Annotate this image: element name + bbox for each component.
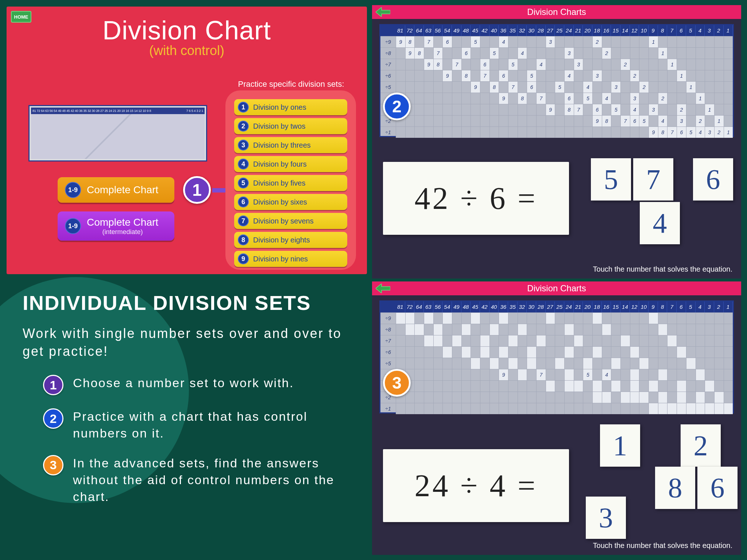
- app-bar-title: Division Charts: [527, 283, 586, 293]
- answer-tile-8[interactable]: 8: [655, 467, 695, 509]
- range-badge: 1-9: [65, 182, 81, 198]
- division-set-8[interactable]: 8 Division by eights: [234, 232, 347, 248]
- answer-tile-2[interactable]: 2: [681, 424, 721, 467]
- pill-label: Division by ones: [253, 103, 306, 112]
- pill-number-icon: 3: [238, 140, 249, 151]
- explain-step-3: 3 In the advanced sets, find the answers…: [43, 455, 342, 505]
- pill-label: Division by fives: [253, 179, 305, 187]
- answer-tile-5[interactable]: 5: [591, 158, 631, 201]
- intermediate-line2: (intermediate): [87, 228, 158, 236]
- answer-tile-1[interactable]: 1: [600, 424, 640, 467]
- home-label: HOME: [14, 14, 28, 20]
- pill-number-icon: 9: [238, 253, 249, 264]
- pill-number-icon: 4: [238, 159, 249, 170]
- answer-tile-6[interactable]: 6: [693, 158, 733, 201]
- chart-thumbnail: 81 72 64 63 56 54 49 48 45 42 40 36 35 3…: [28, 105, 207, 162]
- equation-card: 24 ÷ 4 =: [383, 449, 569, 522]
- practice-header: Practice specific division sets:: [229, 79, 353, 89]
- thumb-header: 81 72 64 63 56 54 49 48 45 42 40 36 35 3…: [31, 108, 205, 114]
- explanation-lead: Work with single number sets over and ov…: [23, 325, 353, 360]
- page-title: Division Chart: [7, 15, 367, 45]
- step-number-icon: 2: [43, 408, 63, 429]
- step-1-badge: 1: [183, 176, 211, 204]
- answer-tile-3[interactable]: 3: [586, 497, 626, 539]
- explain-step-1: 1 Choose a number set to work with.: [43, 375, 342, 395]
- explain-step-2: 2 Practice with a chart that has control…: [43, 408, 342, 442]
- pill-number-icon: 2: [238, 121, 249, 132]
- division-chart: 8172646356544948454240363532302827252421…: [379, 24, 734, 137]
- division-set-7[interactable]: 7 Division by sevens: [234, 213, 347, 229]
- step-number-icon: 3: [43, 455, 63, 475]
- complete-chart-intermediate-button[interactable]: 1-9 Complete Chart (intermediate): [58, 211, 174, 241]
- pill-label: Division by eights: [253, 236, 310, 244]
- answer-tile-6[interactable]: 6: [697, 467, 738, 509]
- division-set-6[interactable]: 6 Division by sixes: [234, 194, 347, 210]
- pill-label: Division by twos: [253, 122, 305, 131]
- practice-screen-advanced: Division Charts 817264635654494845424036…: [372, 281, 741, 555]
- range-badge: 1-9: [65, 218, 81, 234]
- division-set-5[interactable]: 5 Division by fives: [234, 175, 347, 191]
- division-set-4[interactable]: 4 Division by fours: [234, 156, 347, 172]
- pill-label: Division by sevens: [253, 217, 314, 225]
- pill-label: Division by sixes: [253, 198, 307, 206]
- division-set-1[interactable]: 1 Division by ones: [234, 99, 347, 115]
- step-text: Choose a number set to work with.: [73, 375, 294, 395]
- pill-number-icon: 7: [238, 215, 249, 226]
- app-bar-title: Division Charts: [527, 7, 586, 17]
- pill-number-icon: 5: [238, 178, 249, 188]
- explanation-panel: INDIVIDUAL DIVISION SETS Work with singl…: [7, 281, 368, 554]
- practice-set-list: 1 Division by ones2 Division by twos3 Di…: [225, 90, 356, 270]
- division-set-3[interactable]: 3 Division by threes: [234, 137, 347, 153]
- division-set-2[interactable]: 2 Division by twos: [234, 118, 347, 134]
- pill-label: Division by fours: [253, 160, 307, 168]
- complete-chart-label: Complete Chart: [87, 184, 158, 196]
- back-arrow-icon[interactable]: [376, 7, 390, 17]
- division-set-9[interactable]: 9 Division by nines: [234, 251, 347, 267]
- pill-number-icon: 8: [238, 234, 249, 245]
- page-subtitle: (with control): [7, 43, 367, 58]
- pill-label: Division by threes: [253, 141, 311, 149]
- instruction-text: Touch the number that solves the equatio…: [593, 265, 732, 273]
- step-3-badge: 3: [383, 369, 411, 397]
- equation-card: 42 ÷ 6 =: [383, 162, 569, 235]
- pill-number-icon: 6: [238, 197, 249, 207]
- practice-screen-control: Division Charts 817264635654494845424036…: [372, 5, 741, 279]
- pill-number-icon: 1: [238, 102, 249, 113]
- app-title-bar: Division Charts: [372, 281, 741, 295]
- step-text: Practice with a chart that has control n…: [73, 408, 342, 442]
- menu-panel: HOME Division Chart (with control) 81 72…: [7, 7, 367, 274]
- instruction-text: Touch the number that solves the equatio…: [593, 541, 732, 550]
- answer-tile-4[interactable]: 4: [640, 202, 680, 244]
- intermediate-line1: Complete Chart: [87, 217, 158, 228]
- explanation-title: INDIVIDUAL DIVISION SETS: [23, 291, 368, 315]
- step-2-badge: 2: [383, 93, 411, 120]
- step-number-icon: 1: [43, 375, 63, 395]
- division-chart: 8172646356544948454240363532302827252421…: [379, 300, 734, 413]
- complete-chart-button[interactable]: 1-9 Complete Chart: [58, 177, 174, 203]
- app-title-bar: Division Charts: [372, 5, 741, 19]
- home-button[interactable]: HOME: [11, 11, 31, 23]
- answer-tile-7[interactable]: 7: [633, 158, 673, 201]
- step-text: In the advanced sets, find the answers w…: [73, 455, 342, 505]
- back-arrow-icon[interactable]: [376, 284, 390, 293]
- pill-label: Division by nines: [253, 255, 308, 263]
